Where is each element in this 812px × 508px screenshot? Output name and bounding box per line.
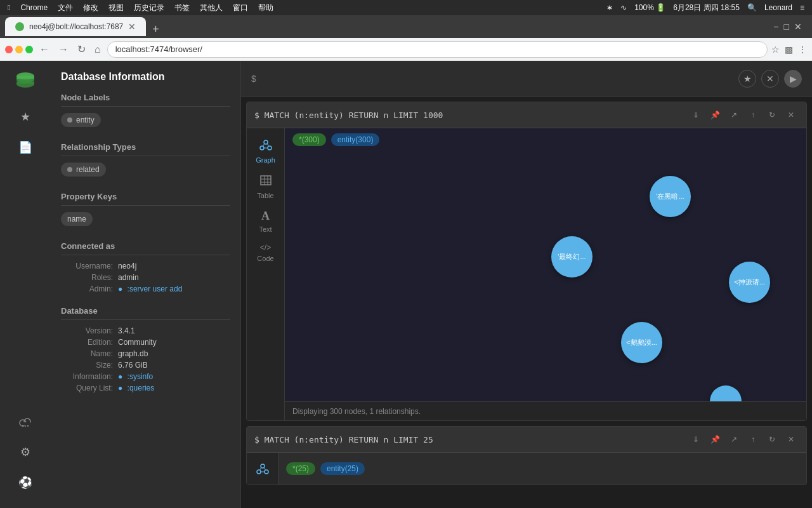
graph-icon [259, 138, 272, 154]
chrome-maximize[interactable]: □ [784, 22, 789, 32]
sidebar-title: Database Information [61, 71, 230, 83]
new-tab-btn[interactable]: + [152, 23, 159, 36]
sidebar-icon-document[interactable]: 📄 [13, 135, 38, 160]
graph-status-text: Displaying 300 nodes, 1 relationships. [292, 407, 421, 416]
sidebar-icon-settings[interactable]: ⚙ [13, 439, 38, 465]
second-graph-icon[interactable] [247, 453, 278, 485]
menu-extra-icon[interactable]: ≡ [800, 3, 804, 12]
related-label: related [76, 165, 100, 174]
queries-link[interactable]: :queries [128, 384, 155, 392]
search-icon[interactable]: 🔍 [747, 3, 757, 12]
tab-close-btn[interactable]: ✕ [128, 22, 136, 32]
chrome-menu-btn[interactable]: ⋮ [798, 44, 807, 55]
admin-link[interactable]: :server user add [128, 284, 183, 293]
code-view-btn[interactable]: </> Code [250, 238, 282, 267]
username-row: Username: neo4j [61, 262, 230, 271]
run-btn[interactable]: ▶ [784, 70, 802, 88]
db-name-row: Name: graph.db [61, 349, 230, 358]
bluetooth-icon: ∗ [606, 3, 613, 12]
count-badge-2[interactable]: *(25) [286, 462, 315, 475]
menu-bookmarks[interactable]: 书签 [174, 3, 190, 13]
window-close-dot[interactable] [5, 46, 13, 53]
roles-value: admin [118, 273, 139, 282]
chrome-minimize[interactable]: − [773, 22, 778, 32]
code-label: Code [257, 255, 273, 262]
sidebar-icon-cloud[interactable] [13, 409, 38, 434]
result-header-actions-1: ⇓ 📌 ↗ ↑ ↻ ✕ [688, 107, 799, 123]
info-sidebar: Database Information Node Labels entity … [51, 61, 241, 508]
back-btn[interactable]: ← [37, 41, 52, 58]
favorite-btn[interactable]: ★ [738, 70, 756, 88]
entity-badge-2[interactable]: entity(25) [320, 462, 365, 475]
expand-btn[interactable]: ↗ [726, 107, 742, 123]
sidebar-icon-plugin[interactable]: ⚽ [13, 470, 38, 495]
clear-btn[interactable]: ✕ [761, 70, 779, 88]
menu-people[interactable]: 其他人 [200, 3, 223, 13]
pin-btn-2[interactable]: 📌 [707, 432, 723, 447]
menu-file[interactable]: 文件 [58, 3, 73, 13]
entity-tag[interactable]: entity [61, 113, 101, 127]
close-result-btn[interactable]: ✕ [783, 107, 799, 123]
sysinfo-link[interactable]: :sysinfo [128, 372, 154, 381]
forward-btn[interactable]: → [56, 41, 71, 58]
result-body-2: *(25) entity(25) [247, 453, 806, 485]
svg-point-23 [257, 470, 261, 474]
graph-view-btn[interactable]: Graph [250, 133, 282, 169]
size-value: 6.76 GiB [118, 361, 148, 370]
query-input[interactable] [261, 74, 733, 84]
reload-btn[interactable]: ↻ [75, 41, 88, 58]
db-name-value: graph.db [118, 349, 148, 358]
download-btn[interactable]: ⇓ [688, 107, 704, 123]
pin-btn[interactable]: 📌 [707, 107, 723, 123]
badge-row-2: *(25) entity(25) [278, 457, 372, 480]
active-tab[interactable]: neo4j@bolt://localhost:7687 ✕ [5, 17, 146, 36]
result-body-1: Graph Table [247, 128, 806, 420]
expand-btn-2[interactable]: ↗ [726, 432, 742, 447]
related-tag[interactable]: related [61, 163, 106, 177]
size-label: Size: [61, 361, 118, 370]
db-name-label: Name: [61, 349, 118, 358]
menu-edit[interactable]: 修改 [83, 3, 98, 13]
graph-area-1: *(300) entity(300) <刘本寿><单细胞...>'在黑暗...'… [285, 128, 806, 420]
graph-node[interactable]: <鹅鹅漠... [621, 322, 662, 363]
table-view-btn[interactable]: Table [250, 169, 282, 204]
svg-point-4 [16, 80, 34, 88]
name-label: name [67, 215, 86, 224]
name-tag[interactable]: name [61, 212, 93, 226]
download-btn-2[interactable]: ⇓ [688, 432, 704, 447]
tab-title: neo4j@bolt://localhost:7687 [29, 22, 123, 31]
text-label: Text [259, 225, 272, 233]
up-btn[interactable]: ↑ [745, 107, 761, 123]
window-minimize-dot[interactable] [15, 46, 23, 53]
database-title: Database [61, 306, 230, 320]
version-value: 3.4.1 [118, 326, 135, 335]
address-bar: ← → ↻ ⌂ ☆ ▩ ⋮ [0, 38, 812, 61]
refresh-btn[interactable]: ↻ [764, 107, 780, 123]
user-icon[interactable]: Leonard [764, 3, 792, 12]
bookmark-btn[interactable]: ☆ [771, 44, 780, 55]
admin-row: Admin: ● :server user add [61, 284, 230, 293]
chrome-close[interactable]: ✕ [794, 22, 802, 32]
menu-chrome[interactable]: Chrome [20, 3, 48, 12]
menu-history[interactable]: 历史记录 [134, 3, 164, 13]
home-btn[interactable]: ⌂ [92, 41, 103, 58]
cast-icon[interactable]: ▩ [785, 44, 793, 55]
username-value: neo4j [118, 262, 136, 271]
info-value: ● :sysinfo [118, 372, 153, 381]
close-result-btn-2[interactable]: ✕ [783, 432, 799, 447]
graph-node[interactable]: '最终幻... [551, 236, 593, 277]
text-icon: A [261, 210, 270, 223]
menu-window[interactable]: 窗口 [233, 3, 248, 13]
entity-dot [67, 117, 72, 123]
menu-view[interactable]: 视图 [108, 3, 124, 13]
refresh-btn-2[interactable]: ↻ [764, 432, 780, 447]
graph-node[interactable]: <抻派请... [729, 262, 770, 303]
sidebar-icon-star[interactable]: ★ [13, 104, 38, 130]
window-maximize-dot[interactable] [25, 46, 33, 53]
size-row: Size: 6.76 GiB [61, 361, 230, 370]
menu-help[interactable]: 帮助 [258, 3, 273, 13]
up-btn-2[interactable]: ↑ [745, 432, 761, 447]
graph-node[interactable]: '在黑暗... [650, 176, 691, 217]
text-view-btn[interactable]: A Text [250, 204, 282, 238]
url-input[interactable] [107, 41, 768, 58]
